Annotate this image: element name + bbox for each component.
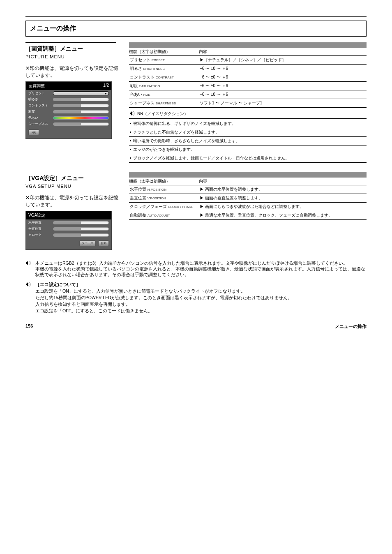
picture-osd-bottom: NR — [26, 127, 111, 135]
speaker-icon — [25, 261, 33, 266]
cell-en: CONTRAST — [156, 76, 174, 79]
slider-rainbow-icon — [53, 116, 109, 120]
cell-en: BRIGHTNESS — [143, 67, 165, 71]
table-row: 彩度 SATURATION −6 〜 ±0 〜 ＋6 — [129, 82, 367, 90]
vga-sub-rule — [25, 172, 116, 172]
vga-menu-label-jp: ［VGA設定］メニュー — [25, 175, 119, 182]
page-title-box: メニューの操作 USING THE MENUS — [25, 21, 367, 37]
osd-row-saturation[interactable]: 彩度 — [26, 108, 111, 115]
table-row: プリセット PRESET ▶［ナチュラル］／［シネマ］／［ビビッド］ — [129, 56, 367, 65]
osd-row-clock[interactable]: クロック — [26, 232, 111, 238]
osd-row-vpos[interactable]: 垂直位置 — [26, 226, 111, 232]
osd-row-hue[interactable]: 色あい — [26, 115, 111, 121]
cell-val: −6 〜 ±0 〜 ＋6 — [199, 73, 367, 82]
dropdown-icon — [53, 91, 109, 95]
bullet-row: チラチラとした不自然なノイズを軽減します。 — [129, 128, 367, 137]
picture-osd-titlebar: 画質調整 1/2 — [26, 82, 111, 90]
vga-section: ［VGA設定］メニュー VGA SETUP MENU ✕印の機能は、電源を切って… — [25, 172, 367, 253]
table-row: 色あい HUE −6 〜 ±0 〜 ＋6 — [129, 90, 367, 99]
picture-menu-label-en: PICTURE MENU — [25, 54, 119, 59]
picture-table: プリセット PRESET ▶［ナチュラル］／［シネマ］／［ビビッド］ 明るさ B… — [129, 56, 367, 108]
footer-text: メニューの操作 — [335, 323, 367, 330]
picture-sub-rule — [25, 42, 116, 43]
picture-x-note: ✕印の機能は、電源を切っても設定を記憶しています。 — [25, 65, 119, 79]
bullet-row: エッジのがたつきを軽減します。 — [129, 145, 367, 154]
slider-icon — [53, 98, 109, 101]
vga-x-note: ✕印の機能は、電源を切っても設定を記憶しています。 — [25, 194, 119, 208]
table-row: 水平位置 H.POSITION ▶ 画面の水平位置を調整します。 — [129, 185, 367, 194]
osd-label: シャープネス — [28, 122, 51, 126]
picture-section: ［画質調整］メニュー PICTURE MENU ✕印の機能は、電源を切っても設定… — [25, 42, 367, 163]
cell-val: ▶［ナチュラル］／［シネマ］／［ビビッド］ — [199, 56, 367, 65]
bullet-text: 被写体の輪郭に出る、ギザギザのノイズを軽減します。 — [130, 121, 236, 127]
eco-line-1: エコ設定を「ON」にすると、入力信号が無いときに節電モードとなりバックライトがオ… — [35, 289, 292, 294]
eco-line-2: ただし約15秒間は前面のPOWER LEDが点滅します。このとき画面は黒く表示さ… — [35, 295, 292, 301]
cell-jp: 明るさ — [130, 66, 142, 71]
cell-en: H.POSITION — [148, 188, 166, 192]
footer-page-number: 156 — [25, 323, 33, 330]
picture-osd-page: 1/2 — [103, 83, 109, 89]
osd-row-contrast[interactable]: コントラスト — [26, 102, 111, 108]
vga-note-1: 本メニューはRGB2（または3）入力端子からパソコンの信号を入力した場合に表示さ… — [25, 261, 367, 278]
osd-label: 明るさ — [28, 97, 51, 102]
osd-row-sharpness[interactable]: シャープネス — [26, 121, 111, 127]
osd-label: 垂直位置 — [28, 226, 51, 231]
bullet-row: ブロックノイズを軽減します。録画モード／タイトル・日付などは適用されません。 — [129, 154, 367, 163]
table-row: 自動調整 AUTO ADJUST ▶ 最適な水平位置、垂直位置、クロック、フェー… — [129, 211, 367, 220]
vga-right-col: 機能（太字は初期値） 内容 水平位置 H.POSITION ▶ 画面の水平位置を… — [129, 172, 367, 253]
eco-lines: ［エコ設定について］ エコ設定を「ON」にすると、入力信号が無いときに節電モード… — [35, 282, 292, 315]
picture-osd: 画質調整 1/2 プリセット 明るさ コントラスト 彩度 — [25, 81, 112, 139]
cell-jp: 自動調整 — [130, 213, 146, 217]
cell-jp: 色あい — [130, 92, 142, 97]
bullet-text: エッジのがたつきを軽減します。 — [130, 147, 195, 152]
cell-val: ▶ 画面の垂直位置を調整します。 — [199, 194, 367, 203]
picture-osd-title: 画質調整 — [28, 83, 45, 89]
cell-en: PRESET — [152, 58, 165, 62]
osd-row-hpos[interactable]: 水平位置 — [26, 219, 111, 226]
vga-osd-bottom: フェーズ 自動 — [26, 238, 111, 246]
slider-icon — [53, 122, 109, 126]
osd-row-preset[interactable]: プリセット — [26, 90, 111, 96]
cell-val: −6 〜 ±0 〜 ＋6 — [199, 90, 367, 99]
vga-osd-titlebar: VGA設定 — [26, 211, 111, 219]
bullet-row: 被写体の輪郭に出る、ギザギザのノイズを軽減します。 — [129, 120, 367, 128]
vga-menu-label-en: VGA SETUP MENU — [25, 184, 119, 189]
cell-en: SATURATION — [139, 84, 160, 88]
table-row: シャープネス SHARPNESS ソフト1 〜 ノーマル 〜 シャープ1 — [129, 99, 367, 108]
nr-button[interactable]: NR — [28, 129, 39, 135]
cell-en: V.POSITION — [148, 196, 166, 200]
speaker-icon — [25, 282, 33, 288]
bullet-text: ブロックノイズを軽減します。録画モード／タイトル・日付などは適用されません。 — [130, 155, 289, 161]
cell-val: ▶ 画面の水平位置を調整します。 — [199, 185, 367, 194]
osd-label: コントラスト — [28, 103, 51, 108]
vga-note-1-text: 本メニューはRGB2（または3）入力端子からパソコンの信号を入力した場合に表示さ… — [35, 261, 367, 266]
slider-icon — [53, 104, 109, 107]
cell-val: ▶ 最適な水平位置、垂直位置、クロック、フェーズに自動調整します。 — [199, 211, 367, 220]
vga-osd-title: VGA設定 — [28, 212, 45, 218]
top-rule — [25, 16, 367, 17]
slider-icon — [53, 227, 109, 231]
auto-button[interactable]: 自動 — [98, 240, 109, 246]
feature-header-left: 機能（太字は初期値） — [129, 49, 199, 55]
cell-jp: プリセット — [130, 58, 150, 62]
cell-val: −6 〜 ±0 〜 ＋6 — [199, 82, 367, 90]
eco-line-3: 入力信号を検知すると画面表示を再開します。 — [35, 302, 292, 307]
slider-icon — [53, 221, 109, 224]
bullet-text: チラチラとした不自然なノイズを軽減します。 — [130, 129, 219, 135]
cell-en: HUE — [143, 93, 150, 97]
picture-right-col: 機能（太字は初期値） 内容 プリセット PRESET ▶［ナチュラル］／［シネマ… — [129, 42, 367, 163]
osd-row-brightness[interactable]: 明るさ — [26, 96, 111, 102]
nr-note-line: NR（ノイズリダクション） — [129, 111, 367, 119]
cell-en: AUTO ADJUST — [148, 214, 170, 217]
cell-val: ▶ 画面にちらつきや波紋が出た場合などに調整します。 — [199, 203, 367, 211]
feature-header-left: 機能（太字は初期値） — [129, 178, 199, 184]
cell-jp: クロック／フェーズ — [130, 204, 167, 209]
osd-label: 色あい — [28, 115, 51, 120]
cell-val: ソフト1 〜 ノーマル 〜 シャープ1 — [199, 99, 367, 108]
feature-bar — [129, 42, 367, 48]
vga-feature-header: 機能（太字は初期値） 内容 — [129, 178, 367, 185]
table-row: クロック／フェーズ CLOCK / PHASE ▶ 画面にちらつきや波紋が出た場… — [129, 203, 367, 211]
slider-icon — [53, 233, 109, 237]
phase-button[interactable]: フェーズ — [79, 240, 96, 246]
table-row: 垂直位置 V.POSITION ▶ 画面の垂直位置を調整します。 — [129, 194, 367, 203]
